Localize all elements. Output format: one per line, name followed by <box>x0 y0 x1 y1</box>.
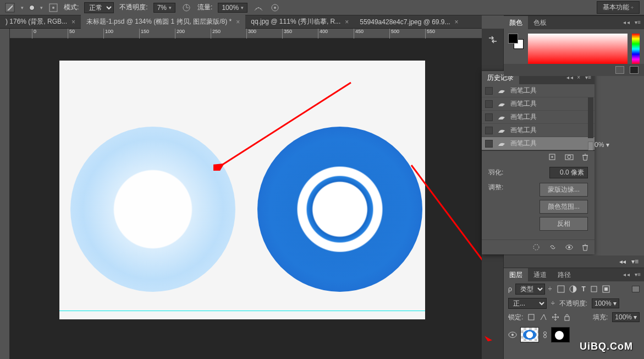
fg-bg-swatch[interactable] <box>508 34 524 49</box>
svg-point-25 <box>511 334 514 336</box>
annotation-arrowhead <box>485 326 501 342</box>
layer-opacity-value[interactable]: 100%▾ <box>592 298 619 308</box>
feather-value[interactable]: 0.0 像素 <box>549 167 588 178</box>
collapse-icon[interactable]: ◂◂ <box>623 19 631 25</box>
tab-paths[interactable]: 路径 <box>552 268 576 282</box>
chevron-down-icon[interactable]: ▾ <box>21 5 24 10</box>
lock-pixels-icon[interactable] <box>540 313 547 321</box>
panel-menu-icon[interactable]: ▾≡ <box>635 271 641 278</box>
tab-layers[interactable]: 图层 <box>504 268 528 282</box>
filter-toggle[interactable] <box>632 286 640 292</box>
filter-pixel-icon[interactable] <box>557 285 565 293</box>
history-label: 画笔工具 <box>510 139 537 148</box>
filter-text-icon[interactable]: T <box>581 285 585 293</box>
chevron-down-icon[interactable]: ▾ <box>606 141 609 149</box>
chevron-down-icon[interactable]: ▾ <box>40 5 43 10</box>
filter-adjust-icon[interactable] <box>569 285 577 293</box>
doc-tab[interactable]: qq.jpg @ 111% (秀川临摹, R...× <box>245 15 354 29</box>
tab-color[interactable]: 颜色 <box>504 16 528 30</box>
ruler-vertical[interactable] <box>0 29 10 359</box>
svg-point-26 <box>544 332 547 335</box>
tab-swatches[interactable]: 色板 <box>528 16 552 30</box>
tool-preset-icon[interactable] <box>4 2 15 13</box>
pressure-size-icon[interactable] <box>269 3 280 12</box>
pressure-opacity-icon[interactable] <box>181 3 192 12</box>
close-icon[interactable]: × <box>345 18 349 26</box>
load-selection-icon[interactable] <box>532 243 541 251</box>
tab-channels[interactable]: 通道 <box>528 268 552 282</box>
mask-footer <box>482 240 595 254</box>
invert-button[interactable]: 反相 <box>540 217 588 231</box>
layer-mask-thumbnail[interactable] <box>551 327 570 342</box>
svg-point-2 <box>52 7 54 9</box>
flow-field[interactable]: 100%▾ <box>218 3 247 13</box>
history-item[interactable]: 画笔工具 <box>482 111 595 124</box>
mask-thumb-icon[interactable] <box>615 66 624 74</box>
link-icon[interactable] <box>542 331 548 339</box>
panel-menu-icon[interactable]: ▾≡ <box>631 258 639 265</box>
layer-thumbnail[interactable] <box>520 327 539 342</box>
svg-line-10 <box>411 165 482 359</box>
history-checkbox[interactable] <box>485 87 493 95</box>
doc-tab[interactable]: 55949a428e4c7.jpeg @ 69.9...× <box>354 16 464 28</box>
panel-menu-icon[interactable]: ▾≡ <box>635 19 641 25</box>
history-item[interactable]: 画笔工具 <box>482 84 595 97</box>
collapse-icon[interactable]: ◂◂ <box>623 271 631 278</box>
layer-row[interactable] <box>508 325 640 344</box>
layer-blend-select[interactable]: 正... <box>508 298 547 309</box>
chevron-down-icon[interactable]: ÷ <box>548 285 552 293</box>
color-ramp[interactable] <box>528 34 628 64</box>
camera-icon[interactable] <box>565 153 574 161</box>
scrollbar-thumb[interactable] <box>588 142 593 150</box>
close-icon[interactable]: × <box>71 18 75 26</box>
color-range-button[interactable]: 颜色范围... <box>540 200 588 214</box>
doc-tab[interactable]: ) 176% (背景, RGB...× <box>0 15 81 29</box>
ruler-horizontal[interactable]: 0 50 100 150 200 250 300 350 400 450 500… <box>10 29 482 39</box>
foreground-color-swatch[interactable] <box>508 34 518 43</box>
hue-strip[interactable] <box>632 34 640 64</box>
history-checkbox[interactable] <box>485 113 493 121</box>
dot-icon[interactable] <box>29 5 35 10</box>
density-value[interactable]: 0% <box>595 141 604 149</box>
history-item[interactable]: 画笔工具 <box>482 97 595 111</box>
trash-icon[interactable] <box>581 153 589 161</box>
collapse-icon[interactable]: ◂◂ <box>619 258 626 265</box>
new-document-icon[interactable] <box>548 153 557 161</box>
mask-edge-button[interactable]: 蒙版边缘... <box>540 183 588 197</box>
ruler-tick: 500 <box>389 29 399 39</box>
swap-arrows-icon[interactable] <box>482 29 503 51</box>
history-checkbox[interactable] <box>485 100 493 108</box>
history-item[interactable]: 画笔工具 <box>482 137 595 150</box>
filter-kind-icon[interactable]: ρ <box>508 285 512 293</box>
history-item[interactable]: 画笔工具 <box>482 124 595 137</box>
svg-point-8 <box>274 7 276 9</box>
close-icon[interactable]: × <box>236 18 240 26</box>
fill-value[interactable]: 100%▾ <box>612 312 640 322</box>
mask-mode-icon[interactable] <box>630 66 639 74</box>
close-icon[interactable]: × <box>455 18 459 26</box>
trash-icon[interactable] <box>581 243 589 251</box>
visibility-toggle[interactable] <box>508 330 517 339</box>
utility-bar <box>504 64 644 76</box>
blend-mode-select[interactable]: 正常 <box>84 2 114 13</box>
lock-all-icon[interactable] <box>564 313 570 321</box>
canvas-viewport[interactable] <box>10 39 482 359</box>
doc-tab[interactable]: 未标题-1.psd @ 134% (椭圆 1 拷贝, 图层蒙版/8) *× <box>81 15 245 29</box>
opacity-field[interactable]: 7%▾ <box>153 3 175 13</box>
history-checkbox[interactable] <box>485 127 493 134</box>
workspace-switcher[interactable]: 基本功能 ÷ <box>597 1 640 14</box>
filter-smart-icon[interactable] <box>602 285 610 293</box>
link-icon[interactable] <box>548 243 557 251</box>
svg-rect-23 <box>565 317 569 320</box>
lock-position-icon[interactable] <box>552 313 559 321</box>
scrollbar[interactable] <box>588 97 593 138</box>
history-checkbox[interactable] <box>485 140 493 148</box>
guide-horizontal[interactable] <box>59 311 425 311</box>
svg-rect-17 <box>558 286 564 292</box>
apply-mask-icon[interactable] <box>565 243 574 251</box>
filter-shape-icon[interactable] <box>590 285 598 293</box>
brush-settings-icon[interactable] <box>48 3 58 13</box>
lock-transparent-icon[interactable] <box>527 313 535 321</box>
filter-kind-select[interactable]: 类型 <box>515 284 545 295</box>
airbrush-icon[interactable] <box>253 3 264 12</box>
